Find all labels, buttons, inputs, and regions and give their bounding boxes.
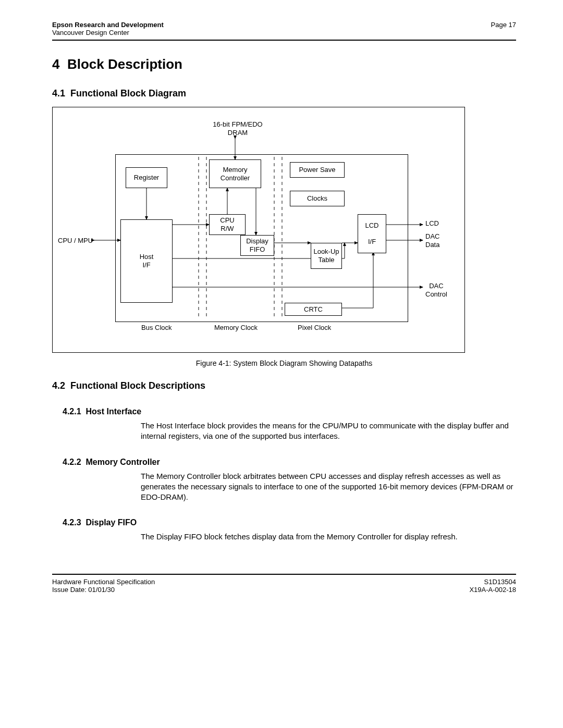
label-dram: 16-bit FPM/EDO DRAM [206, 120, 269, 137]
subsub-4-2-2-num: 4.2.2 [63, 458, 81, 466]
subsub-4-2-2-title: Memory Controller [85, 458, 160, 466]
label-bus-clock: Bus Clock [141, 324, 172, 332]
subsub-4-2-3: 4.2.3 Display FIFO [63, 518, 516, 527]
page-header: Epson Research and Development Vancouver… [52, 21, 516, 36]
label-memory-clock: Memory Clock [214, 324, 258, 332]
header-dept: Vancouver Design Center [52, 29, 164, 36]
diagram-inner-frame [115, 154, 408, 322]
footer-issue-date: Issue Date: 01/01/30 [52, 586, 155, 594]
label-out-dac-ctrl: DAC Control [425, 282, 447, 298]
subsection-4-1-title: Functional Block Diagram [70, 88, 186, 98]
subsection-4-2-num: 4.2 [52, 380, 65, 391]
figure-caption: Figure 4-1: System Block Diagram Showing… [52, 359, 516, 367]
footer-left: Hardware Functional Specification Issue … [52, 578, 155, 594]
section-title: Block Description [67, 56, 182, 72]
subsection-4-1-num: 4.1 [52, 88, 65, 98]
footer-rule [52, 574, 516, 575]
page-number: Page 17 [491, 21, 516, 29]
label-cpu-mpu: CPU / MPU [58, 237, 93, 245]
header-rule [52, 40, 516, 41]
section-heading: 4 Block Description [52, 56, 516, 72]
footer-part: S1D13504 [469, 578, 516, 586]
subsub-4-2-1-title: Host Interface [85, 407, 141, 416]
header-right: Page 17 [491, 21, 516, 29]
subsection-4-1: 4.1 Functional Block Diagram [52, 88, 516, 99]
subsub-4-2-1: 4.2.1 Host Interface [63, 407, 516, 416]
block-diagram: 16-bit FPM/EDO DRAM CPU / MPU Register H… [52, 107, 465, 353]
subsub-4-2-3-title: Display FIFO [85, 518, 137, 527]
section-number: 4 [52, 56, 59, 72]
label-out-dac-data: DAC Data [425, 232, 439, 249]
page-footer: Hardware Functional Specification Issue … [52, 578, 516, 594]
label-pixel-clock: Pixel Clock [298, 324, 331, 332]
header-left: Epson Research and Development Vancouver… [52, 21, 164, 36]
header-org: Epson Research and Development [52, 21, 164, 29]
body-4-2-2: The Memory Controller block arbitrates b… [141, 471, 516, 503]
footer-doc-type: Hardware Functional Specification [52, 578, 155, 586]
body-4-2-1: The Host Interface block provides the me… [141, 421, 516, 442]
subsub-4-2-2: 4.2.2 Memory Controller [63, 458, 516, 467]
label-out-lcd: LCD [425, 219, 439, 228]
subsection-4-2-title: Functional Block Descriptions [70, 380, 205, 391]
subsub-4-2-3-num: 4.2.3 [63, 518, 81, 527]
page: Epson Research and Development Vancouver… [0, 0, 563, 614]
subsection-4-2: 4.2 Functional Block Descriptions [52, 380, 516, 391]
body-4-2-3: The Display FIFO block fetches display d… [141, 532, 516, 542]
subsub-4-2-1-num: 4.2.1 [63, 407, 81, 416]
footer-docnum: X19A-A-002-18 [469, 586, 516, 594]
footer-right: S1D13504 X19A-A-002-18 [469, 578, 516, 594]
